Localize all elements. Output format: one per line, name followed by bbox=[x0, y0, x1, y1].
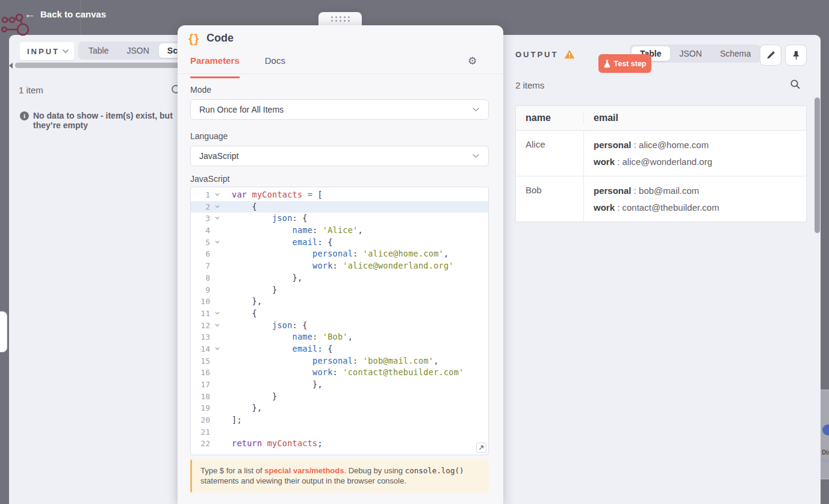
hscroll-left-arrow-icon[interactable] bbox=[9, 63, 13, 69]
mode-label: Mode bbox=[190, 85, 211, 95]
input-node-selector[interactable]: INPUT bbox=[20, 42, 74, 60]
fold-chevron-icon[interactable] bbox=[213, 213, 222, 225]
code-text: ]; bbox=[222, 414, 242, 426]
input-horizontal-scrollbar[interactable] bbox=[15, 63, 179, 68]
code-editor[interactable]: 1var myContacts = [2 {3 json: {4 name: '… bbox=[190, 187, 489, 455]
modal-tab-parameters[interactable]: Parameters bbox=[190, 55, 240, 78]
canvas-right-strip: Dis dLega bbox=[821, 35, 829, 504]
code-line: 17 }, bbox=[191, 379, 488, 391]
code-line: 4 name: 'Alice', bbox=[191, 225, 488, 237]
line-number: 15 bbox=[191, 355, 213, 367]
code-text: }, bbox=[222, 296, 262, 308]
input-items-count: 1 item bbox=[19, 85, 43, 95]
output-vertical-scrollbar[interactable] bbox=[815, 98, 820, 233]
column-header-name: name bbox=[516, 113, 583, 123]
header-divider bbox=[178, 73, 503, 74]
code-text: }, bbox=[222, 402, 262, 414]
code-text: var myContacts = [ bbox=[222, 189, 323, 201]
code-line: 16 work: 'contact@thebuilder.com' bbox=[191, 367, 488, 379]
tab-table[interactable]: Table bbox=[80, 43, 117, 58]
code-line: 18 } bbox=[191, 391, 488, 403]
code-line: 9 } bbox=[191, 284, 488, 296]
code-node-modal: {} Code ParametersDocs ⚙ Test step Mode … bbox=[178, 25, 503, 504]
background-card-fragment: Dis dLega bbox=[821, 390, 829, 479]
line-number: 12 bbox=[191, 320, 213, 332]
language-select[interactable]: JavaScript bbox=[190, 146, 489, 166]
fold-chevron-icon[interactable] bbox=[213, 320, 222, 332]
fold-chevron-icon[interactable] bbox=[213, 189, 222, 201]
back-to-canvas-button[interactable]: ← Back to canvas bbox=[24, 5, 106, 23]
code-line: 8 }, bbox=[191, 272, 488, 284]
line-number: 6 bbox=[191, 248, 213, 260]
tab-schema[interactable]: Schema bbox=[712, 46, 759, 61]
chevron-down-icon bbox=[472, 107, 480, 112]
line-number: 1 bbox=[191, 189, 213, 201]
special-vars-link[interactable]: special vars/methods bbox=[264, 466, 344, 475]
input-title: INPUT bbox=[27, 47, 60, 56]
code-line: 6 personal: 'alice@home.com', bbox=[191, 248, 488, 260]
code-line: 1var myContacts = [ bbox=[191, 189, 488, 201]
output-table-header: name email bbox=[516, 106, 806, 131]
mode-select[interactable]: Run Once for All Items bbox=[190, 99, 489, 120]
modal-header: {} Code ParametersDocs ⚙ bbox=[178, 25, 503, 73]
line-number: 20 bbox=[191, 414, 213, 426]
back-label: Back to canvas bbox=[40, 5, 106, 23]
code-text: work: 'contact@thebuilder.com' bbox=[222, 367, 464, 379]
chevron-down-icon bbox=[62, 49, 69, 54]
editor-hint: Type $ for a list of special vars/method… bbox=[190, 459, 489, 493]
fold-chevron-icon[interactable] bbox=[213, 237, 222, 249]
code-line: 20]; bbox=[191, 414, 488, 426]
code-text: json: { bbox=[222, 213, 308, 225]
code-editor-label: JavaScript bbox=[190, 174, 229, 184]
test-step-button[interactable]: Test step bbox=[598, 54, 651, 73]
fold-chevron-icon[interactable] bbox=[213, 308, 222, 320]
warning-icon bbox=[564, 49, 575, 59]
left-panel-handle[interactable] bbox=[0, 311, 7, 352]
code-text: work: 'alice@wonderland.org' bbox=[222, 260, 454, 272]
code-line: 2 { bbox=[191, 201, 488, 213]
code-text: name: 'Bob', bbox=[222, 331, 353, 343]
line-number: 14 bbox=[191, 343, 213, 355]
line-number: 18 bbox=[191, 391, 213, 403]
output-table: name email Alicepersonal : alice@home.co… bbox=[515, 105, 807, 222]
line-number: 9 bbox=[191, 284, 213, 296]
code-text: personal: 'alice@home.com', bbox=[222, 248, 449, 260]
edit-output-button[interactable] bbox=[760, 45, 781, 66]
info-icon: i bbox=[20, 111, 29, 120]
code-text: personal: 'bob@mail.com', bbox=[222, 355, 439, 367]
pin-output-button[interactable] bbox=[785, 45, 807, 66]
table-row: Alicepersonal : alice@home.comwork : ali… bbox=[516, 131, 806, 176]
code-line: 19 }, bbox=[191, 402, 488, 414]
background-node-icon bbox=[822, 425, 829, 435]
gear-icon[interactable]: ⚙ bbox=[468, 56, 477, 66]
code-text: name: 'Alice', bbox=[222, 225, 363, 237]
language-label: Language bbox=[190, 131, 228, 141]
cell-email: personal : bob@mail.comwork : contact@th… bbox=[583, 176, 806, 222]
chevron-down-icon bbox=[472, 154, 480, 158]
code-text: json: { bbox=[222, 320, 308, 332]
code-text: } bbox=[222, 284, 277, 296]
code-line: 11 { bbox=[191, 308, 488, 320]
line-number: 19 bbox=[191, 402, 213, 414]
code-text: } bbox=[222, 391, 277, 403]
pin-icon bbox=[792, 51, 800, 60]
fold-chevron-icon[interactable] bbox=[213, 343, 222, 355]
code-line: 3 json: { bbox=[191, 213, 488, 225]
tab-json[interactable]: JSON bbox=[118, 43, 157, 58]
line-number: 4 bbox=[191, 225, 213, 237]
code-text: { bbox=[222, 308, 257, 320]
line-number: 5 bbox=[191, 237, 213, 249]
search-icon[interactable] bbox=[790, 79, 801, 90]
line-number: 13 bbox=[191, 331, 213, 343]
line-number: 10 bbox=[191, 296, 213, 308]
modal-tab-docs[interactable]: Docs bbox=[265, 55, 285, 78]
line-number: 8 bbox=[191, 272, 213, 284]
line-number: 21 bbox=[191, 426, 213, 438]
tab-json[interactable]: JSON bbox=[671, 46, 710, 61]
back-arrow-icon: ← bbox=[24, 5, 36, 23]
fold-chevron-icon[interactable] bbox=[213, 201, 222, 213]
line-number: 7 bbox=[191, 260, 213, 272]
editor-resize-handle[interactable] bbox=[476, 443, 486, 453]
line-number: 17 bbox=[191, 379, 213, 391]
code-line: 14 email: { bbox=[191, 343, 488, 355]
